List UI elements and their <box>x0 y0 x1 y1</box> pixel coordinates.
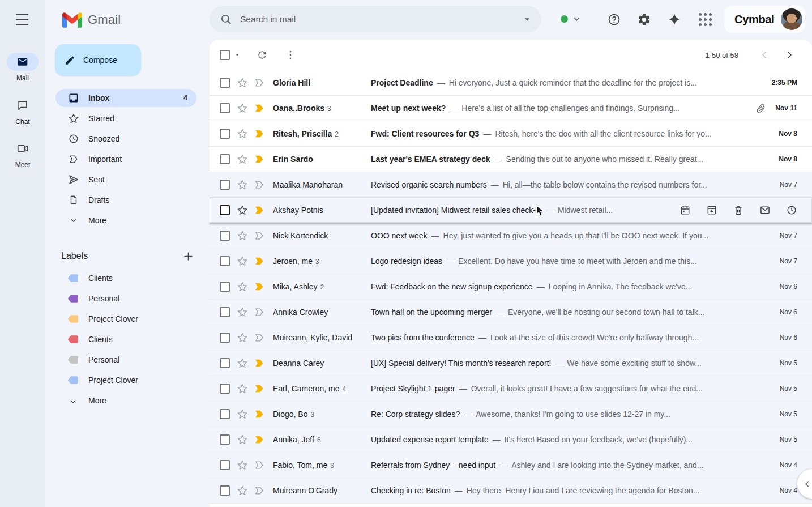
add-label-button[interactable] <box>180 248 196 264</box>
search-input[interactable] <box>240 14 522 24</box>
email-row[interactable]: Annika Crowley Town hall on the upcoming… <box>210 300 812 325</box>
row-checkbox[interactable] <box>220 154 230 164</box>
email-row[interactable]: Jeroen, me 3 Logo redesign ideas—Excelle… <box>210 249 812 274</box>
email-row[interactable]: Maalika Manoharan Revised organic search… <box>210 172 812 198</box>
row-checkbox[interactable] <box>220 256 230 266</box>
importance-marker-icon[interactable] <box>254 485 265 496</box>
sidebar-item-inbox[interactable]: Inbox 4 <box>55 89 196 107</box>
star-icon[interactable] <box>237 230 248 241</box>
row-checkbox[interactable] <box>220 78 230 88</box>
importance-marker-icon[interactable] <box>254 204 265 216</box>
main-menu-button[interactable] <box>16 14 29 25</box>
calendar-icon[interactable] <box>679 204 691 216</box>
importance-marker-icon[interactable] <box>254 230 265 241</box>
star-icon[interactable] <box>237 77 248 88</box>
star-icon[interactable] <box>237 281 248 292</box>
sidebar-label-item[interactable]: Project Clover <box>45 370 210 390</box>
mark-as-read-icon[interactable] <box>759 204 771 216</box>
row-checkbox[interactable] <box>220 409 230 419</box>
search-options-icon[interactable] <box>522 14 532 24</box>
rail-item-chat[interactable]: Chat <box>0 96 45 126</box>
more-options-button[interactable] <box>285 49 296 61</box>
star-icon[interactable] <box>237 434 248 445</box>
importance-marker-icon[interactable] <box>254 128 265 139</box>
importance-marker-icon[interactable] <box>254 103 265 114</box>
sidebar-item-drafts[interactable]: Drafts <box>55 191 196 209</box>
star-icon[interactable] <box>237 485 248 496</box>
refresh-button[interactable] <box>257 49 268 61</box>
email-row[interactable]: Oana..Brooks 3 Meet up next week?—Here's… <box>210 96 812 121</box>
star-icon[interactable] <box>237 332 248 343</box>
row-checkbox[interactable] <box>220 180 230 190</box>
apps-grid-button[interactable] <box>694 8 716 31</box>
email-row[interactable]: Earl, Cameron, me 4 Project Skylight 1-p… <box>210 376 812 402</box>
snooze-icon[interactable] <box>786 204 797 216</box>
select-all-checkbox[interactable] <box>220 50 230 60</box>
sidebar-item-starred[interactable]: Starred <box>55 109 196 127</box>
sidebar-item-sent[interactable]: Sent <box>55 171 196 189</box>
avatar[interactable] <box>781 8 802 30</box>
sidebar-label-item[interactable]: Personal <box>45 288 210 309</box>
importance-marker-icon[interactable] <box>254 357 265 369</box>
compose-button[interactable]: Compose <box>55 44 141 76</box>
star-icon[interactable] <box>237 204 248 216</box>
sidebar-item-important[interactable]: Important <box>55 150 196 168</box>
star-icon[interactable] <box>237 179 248 190</box>
row-checkbox[interactable] <box>220 358 230 368</box>
email-row[interactable]: Deanna Carey [UX] Special delivery! This… <box>210 351 812 376</box>
rail-item-mail[interactable]: Mail <box>0 53 45 82</box>
star-icon[interactable] <box>237 306 248 318</box>
sidebar-item-snoozed[interactable]: Snoozed <box>55 130 196 148</box>
importance-marker-icon[interactable] <box>254 408 265 420</box>
select-dropdown-icon[interactable] <box>234 52 241 58</box>
sidebar-label-item[interactable]: Clients <box>45 329 210 350</box>
row-checkbox[interactable] <box>220 460 230 470</box>
star-icon[interactable] <box>237 128 248 139</box>
sidebar-item-more[interactable]: More <box>55 211 196 229</box>
row-checkbox[interactable] <box>220 434 230 445</box>
star-icon[interactable] <box>237 255 248 267</box>
row-checkbox[interactable] <box>220 205 230 215</box>
row-checkbox[interactable] <box>220 282 230 292</box>
row-checkbox[interactable] <box>220 485 230 496</box>
importance-marker-icon[interactable] <box>254 332 265 343</box>
older-page-button[interactable] <box>784 49 795 61</box>
email-row[interactable]: Muireann, Kylie, David Two pics from the… <box>210 325 812 351</box>
row-checkbox[interactable] <box>220 103 230 113</box>
row-checkbox[interactable] <box>220 384 230 394</box>
row-checkbox[interactable] <box>220 129 230 139</box>
star-icon[interactable] <box>237 408 248 420</box>
star-icon[interactable] <box>237 459 248 471</box>
rail-item-meet[interactable]: Meet <box>0 139 45 169</box>
presence-status[interactable] <box>561 15 580 23</box>
archive-icon[interactable] <box>706 204 717 216</box>
email-row[interactable]: Ritesh, Priscilla 2 Fwd: Client resource… <box>210 121 812 147</box>
settings-button[interactable] <box>632 8 655 31</box>
row-checkbox[interactable] <box>220 333 230 343</box>
row-checkbox[interactable] <box>220 307 230 317</box>
search-bar[interactable] <box>210 6 541 32</box>
email-row[interactable]: Erin Sardo Last year's EMEA strategy dec… <box>210 147 812 172</box>
star-icon[interactable] <box>237 154 248 165</box>
importance-marker-icon[interactable] <box>254 179 265 190</box>
email-row[interactable]: Gloria Hill Project Deadline—Hi everyone… <box>210 70 812 96</box>
importance-marker-icon[interactable] <box>254 154 265 165</box>
star-icon[interactable] <box>237 357 248 369</box>
sidebar-item-labels-more[interactable]: More <box>45 390 210 411</box>
importance-marker-icon[interactable] <box>254 459 265 471</box>
importance-marker-icon[interactable] <box>254 77 265 88</box>
email-row[interactable]: Fabio, Tom, me 3 Referrals from Sydney –… <box>210 453 812 478</box>
importance-marker-icon[interactable] <box>254 281 265 292</box>
help-button[interactable] <box>602 8 625 31</box>
sidebar-label-item[interactable]: Clients <box>45 268 210 288</box>
delete-icon[interactable] <box>733 204 744 216</box>
email-row[interactable]: Annika, Jeff 6 Updated expense report te… <box>210 427 812 453</box>
email-row[interactable]: Nick Kortendick OOO next week—Hey, just … <box>210 223 812 249</box>
email-row[interactable]: Mika, Ashley 2 Fwd: Feedback on the new … <box>210 274 812 300</box>
newer-page-button[interactable] <box>759 49 770 61</box>
importance-marker-icon[interactable] <box>254 306 265 318</box>
sidebar-label-item[interactable]: Personal <box>45 350 210 370</box>
row-checkbox[interactable] <box>220 231 230 241</box>
star-icon[interactable] <box>237 103 248 114</box>
star-icon[interactable] <box>237 383 248 394</box>
